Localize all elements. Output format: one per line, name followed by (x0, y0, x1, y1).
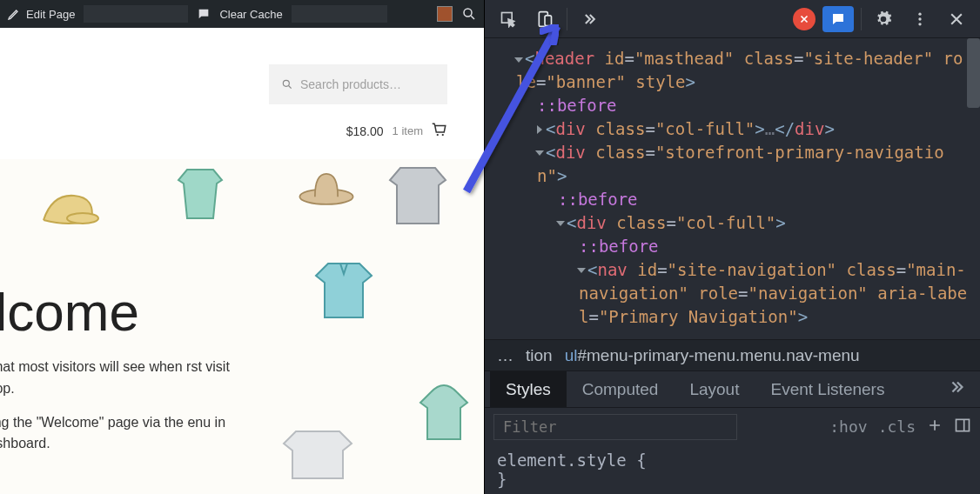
pencil-icon (7, 7, 21, 21)
breadcrumb-ellipsis[interactable]: … (497, 346, 513, 365)
search-icon[interactable] (461, 6, 477, 22)
jacket-illustration (383, 161, 453, 230)
dom-node-header[interactable]: <header id="masthead" class="site-header… (495, 47, 970, 94)
search-icon (281, 78, 293, 90)
tab-event-listeners[interactable]: Event Listeners (755, 371, 900, 407)
more-tabs-button[interactable] (938, 377, 975, 401)
longsleeve-illustration (165, 161, 235, 230)
css-rule-line: } (497, 470, 968, 489)
svg-point-0 (464, 9, 472, 17)
admin-bar-right (437, 6, 477, 22)
toolbar-separator (861, 8, 862, 30)
tab-layout[interactable]: Layout (674, 371, 755, 407)
close-devtools-button[interactable] (942, 4, 971, 34)
messages-badge[interactable] (822, 6, 854, 32)
tshirt-illustration (279, 420, 357, 490)
product-search-input[interactable]: Search products… (269, 64, 447, 104)
admin-input-2[interactable] (292, 5, 387, 23)
inspect-element-button[interactable] (493, 4, 523, 34)
svg-rect-8 (545, 15, 552, 25)
admin-input-1[interactable] (84, 5, 188, 23)
site-body: Search products… $18.00 1 item elcome ic… (0, 28, 484, 494)
svg-rect-12 (957, 419, 970, 431)
hero-paragraph-1: ich is what most visitors will see when … (0, 357, 250, 400)
header-search-area: Search products… (0, 28, 484, 104)
hoodie-illustration (409, 377, 479, 446)
hov-toggle[interactable]: :hov (829, 417, 867, 436)
cap-illustration (35, 177, 104, 246)
dom-node-primary-nav[interactable]: <div class="storefront-primary-navigatio… (495, 141, 970, 188)
edit-page-label: Edit Page (26, 8, 75, 21)
polo-illustration (309, 255, 379, 324)
dom-node-nav[interactable]: <nav id="site-navigation" class="main-na… (495, 258, 970, 329)
hero-section: elcome ich is what most visitors will se… (0, 159, 484, 494)
styles-tab-bar: Styles Computed Layout Event Listeners (485, 370, 980, 407)
svg-point-1 (283, 80, 289, 86)
search-placeholder: Search products… (300, 77, 401, 91)
comments-link[interactable] (197, 7, 211, 21)
settings-button[interactable] (869, 4, 898, 34)
devtools-pane: <header id="masthead" class="site-header… (484, 0, 980, 494)
styles-filter-input[interactable] (493, 414, 737, 440)
clear-cache-label: Clear Cache (219, 8, 282, 21)
styles-css-pane[interactable]: element.style { } (485, 445, 980, 494)
elements-dom-tree[interactable]: <header id="masthead" class="site-header… (485, 38, 980, 339)
devtools-toolbar-right (793, 4, 971, 34)
cart-icon (432, 122, 447, 140)
elements-breadcrumb[interactable]: … tion ul#menu-primary-menu.menu.nav-men… (485, 339, 980, 370)
hero-title: elcome (0, 281, 484, 343)
clear-cache-link[interactable]: Clear Cache (219, 8, 282, 21)
errors-badge[interactable] (793, 8, 816, 30)
dom-pseudo-before[interactable]: ::before (495, 235, 970, 258)
wp-admin-bar: Edit Page Clear Cache (0, 0, 484, 28)
toggle-computed-sidebar-button[interactable] (954, 417, 971, 437)
website-preview-pane: Edit Page Clear Cache Search products… $… (0, 0, 484, 494)
hero-paragraph-2: by editing the "Welcome" page via the en… (0, 412, 250, 456)
tab-computed[interactable]: Computed (567, 371, 675, 407)
styles-filter-row: :hov .cls (485, 407, 980, 445)
more-tabs-button[interactable] (574, 4, 604, 34)
tab-styles[interactable]: Styles (490, 371, 567, 407)
toolbar-separator (567, 8, 567, 30)
user-avatar[interactable] (437, 6, 453, 22)
devtools-toolbar (485, 0, 980, 38)
css-rule-line: element.style { (497, 451, 968, 470)
mini-cart[interactable]: $18.00 1 item (0, 104, 484, 159)
kebab-menu-button[interactable] (905, 4, 935, 34)
dom-pseudo-before[interactable]: ::before (495, 94, 970, 117)
comment-icon (197, 7, 211, 21)
svg-point-9 (918, 12, 921, 15)
svg-point-11 (918, 23, 921, 25)
svg-point-10 (918, 17, 921, 20)
breadcrumb-item[interactable]: tion (526, 346, 553, 365)
cart-item-count: 1 item (393, 124, 423, 137)
cls-toggle[interactable]: .cls (878, 417, 916, 436)
dom-node-colfull-open[interactable]: <div class="col-full"> (495, 211, 970, 235)
edit-page-link[interactable]: Edit Page (7, 7, 75, 21)
dom-pseudo-before[interactable]: ::before (495, 188, 970, 211)
hat-illustration (296, 159, 357, 211)
device-toolbar-button[interactable] (530, 4, 560, 34)
svg-point-3 (442, 134, 444, 136)
dom-node-colfull-collapsed[interactable]: <div class="col-full">…</div> (495, 117, 970, 141)
new-style-rule-button[interactable] (926, 417, 943, 437)
svg-point-4 (67, 213, 98, 224)
cart-total: $18.00 (346, 124, 384, 138)
svg-point-2 (437, 134, 439, 136)
breadcrumb-selected[interactable]: ul#menu-primary-menu.menu.nav-menu (565, 346, 860, 365)
